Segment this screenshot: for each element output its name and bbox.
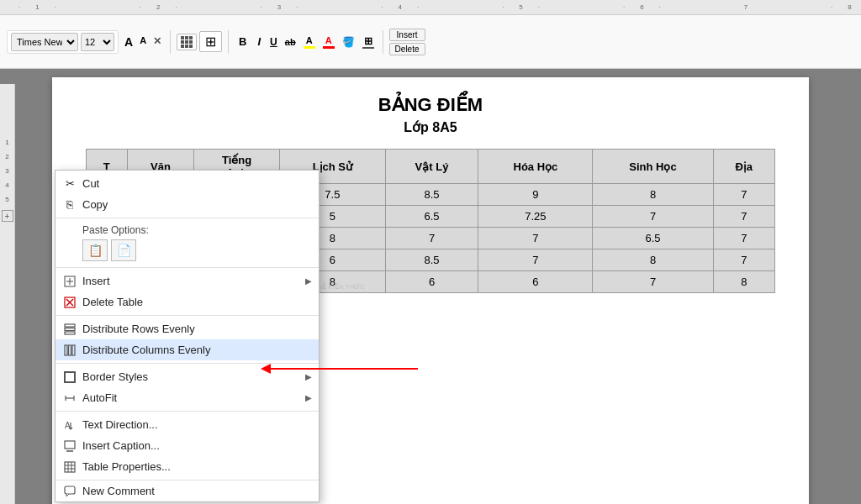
new-comment-menu-item[interactable]: New Comment [55,480,319,501]
table-properties-icon [62,459,77,475]
text-direction-menu-item[interactable]: A Text Direction... [55,414,319,435]
autofit-icon [62,391,77,406]
cut-menu-item[interactable]: ✂ Cut [55,173,319,194]
document-area: 123 45 + BẢNG ĐIỂM Lớp 8A5 T Văn TiếngAn… [0,69,861,504]
insert-delete-group: Insert Delete [389,29,425,55]
paste-icons-row: 📋 📄 [55,238,319,265]
svg-rect-18 [65,441,75,449]
text-direction-icon: A [62,417,77,433]
strikethrough-btn[interactable]: ab [283,36,298,48]
copy-menu-item[interactable]: ⎘ Copy [55,194,319,215]
svg-rect-8 [65,332,75,334]
table-grid-btn[interactable] [177,34,197,50]
toolbar-divider-3 [383,30,383,54]
border-btn[interactable]: ⊞ [360,34,377,50]
distribute-columns-icon [62,343,77,358]
svg-rect-12 [65,372,75,382]
insert-caption-icon [62,438,77,454]
font-name-select[interactable]: Times New Roman [11,33,78,51]
table-controls: ⊞ [177,31,222,52]
ctx-section-paste: Paste Options: 📋 📄 [55,218,319,268]
font-selector-group: Times New Roman 12 [7,30,119,54]
side-ruler: 123 45 + [0,84,15,504]
ctx-section-distribute: Distribute Rows Evenly Distribute Column… [55,316,319,364]
context-menu: ✂ Cut ⎘ Copy Paste Options: 📋 📄 Insert [55,170,320,502]
insert-btn[interactable]: Insert [389,29,425,41]
delete-btn[interactable]: Delete [389,43,425,55]
insert-menu-item[interactable]: Insert [55,270,319,291]
ruler-top: ·1· ·2· ·3· ·4· ·5· ·6· 7 ·8· ·9· ·10· ·… [0,0,861,15]
new-comment-icon [62,484,77,499]
ctx-section-comment: New Comment [55,480,319,501]
table-properties-menu-item[interactable]: Table Properties... [55,456,319,477]
delete-table-icon [62,295,77,310]
table-insert-btn[interactable]: ⊞ [199,31,222,52]
font-size-select[interactable]: 12 [81,33,114,51]
col-header-hoa-hoc: Hóa Học [478,150,593,184]
clear-format-btn[interactable]: ✕ [151,34,164,50]
toolbar: Times New Roman 12 A A ✕ ⊞ B [0,15,861,69]
highlight-color-btn[interactable]: A [301,34,318,50]
col-header-dia: Địa [713,150,774,184]
document-title: BẢNG ĐIỂM [86,94,775,116]
svg-rect-25 [65,486,75,494]
paste-options-header: Paste Options: [55,221,319,238]
svg-rect-10 [69,345,71,355]
ctx-section-more: A Text Direction... Insert Caption... Ta… [55,412,319,480]
font-size-increase-btn[interactable]: A [122,34,135,50]
bold-btn[interactable]: B [235,34,251,50]
distribute-rows-menu-item[interactable]: Distribute Rows Evenly [55,318,319,339]
insert-caption-menu-item[interactable]: Insert Caption... [55,435,319,456]
paste-keep-source-btn[interactable]: 📋 [82,239,108,261]
svg-rect-20 [65,462,75,472]
add-row-btn[interactable]: + [2,210,13,222]
font-size-controls: A A ✕ [122,34,164,50]
red-arrow-indicator [261,364,418,374]
distribute-rows-icon [62,322,77,337]
ctx-section-cut-copy: ✂ Cut ⎘ Copy [55,171,319,218]
font-color-btn[interactable]: A [320,34,337,50]
svg-rect-6 [65,324,75,327]
arrow-head [261,364,271,374]
delete-table-menu-item[interactable]: Delete Table [55,291,319,312]
svg-rect-7 [65,328,75,330]
distribute-columns-menu-item[interactable]: Distribute Columns Evenly [55,339,319,360]
cut-icon: ✂ [62,176,77,192]
paste-merge-format-btn[interactable]: 📄 [111,239,136,261]
insert-icon [62,274,77,289]
svg-rect-11 [72,345,75,355]
arrow-line [271,368,418,370]
font-size-decrease-btn[interactable]: A [137,34,149,50]
toolbar-divider-2 [228,30,229,54]
toolbar-divider-1 [170,30,171,54]
shading-btn[interactable]: 🪣 [340,35,357,49]
ctx-section-insert: Insert Delete Table [55,268,319,316]
underline-btn[interactable]: U [267,35,280,49]
col-header-sinh-hoc: Sinh Học [593,150,713,184]
border-styles-icon [62,370,77,385]
svg-rect-9 [65,345,67,355]
italic-btn[interactable]: I [253,34,265,50]
copy-icon: ⎘ [62,197,77,213]
col-header-vat-ly: Vật Lý [385,150,478,184]
format-controls: B I U ab A A 🪣 ⊞ [235,34,377,50]
autofit-menu-item[interactable]: AutoFit [55,387,319,408]
document-subtitle: Lớp 8A5 [86,119,775,135]
